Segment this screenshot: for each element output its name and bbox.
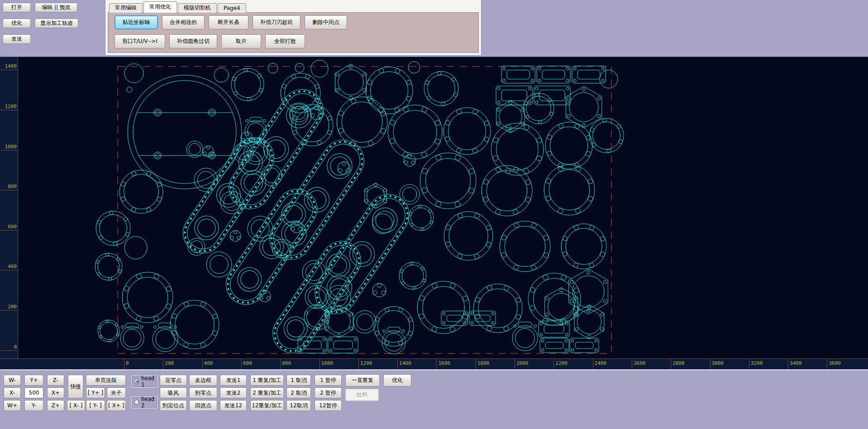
part-ring[interactable] bbox=[353, 311, 376, 333]
part-flange[interactable] bbox=[561, 224, 606, 269]
take-piece-button[interactable]: 取片 bbox=[221, 34, 261, 48]
feed-value-input[interactable] bbox=[24, 387, 43, 398]
part-flange[interactable] bbox=[424, 71, 458, 106]
part-cover-gasket[interactable] bbox=[120, 323, 144, 350]
part-plate[interactable] bbox=[572, 66, 606, 83]
part-plate[interactable] bbox=[540, 338, 569, 353]
part-flange[interactable] bbox=[119, 170, 163, 213]
part-flange[interactable] bbox=[122, 272, 173, 323]
part-flange[interactable] bbox=[399, 262, 426, 289]
merge-connected-button[interactable]: 合并相连的 bbox=[162, 15, 205, 29]
pause1-button[interactable]: 1 暂停 bbox=[315, 375, 342, 386]
pause2-button[interactable]: 2 暂停 bbox=[315, 387, 342, 398]
part-flange[interactable] bbox=[95, 253, 122, 280]
bracket-x-plus-button[interactable]: [ X+ ] bbox=[107, 400, 126, 411]
bracket-y-minus-button[interactable]: [ Y- ] bbox=[86, 400, 105, 411]
part-ring[interactable] bbox=[206, 252, 232, 277]
part-flange[interactable] bbox=[417, 281, 470, 334]
snap-to-axis-button[interactable]: 贴近坐标轴 bbox=[114, 15, 158, 29]
part-circle[interactable] bbox=[124, 236, 147, 259]
part-flange[interactable] bbox=[589, 118, 624, 153]
jog-y-plus-button[interactable]: Y+ bbox=[24, 375, 43, 386]
part-big-flange[interactable] bbox=[128, 75, 242, 189]
send-button[interactable]: 发送 bbox=[3, 34, 31, 44]
part-flange[interactable] bbox=[523, 93, 554, 124]
part-flange[interactable] bbox=[545, 122, 592, 169]
bracket-x-minus-button[interactable]: [ X- ] bbox=[67, 400, 85, 411]
part-trefoil-gasket[interactable] bbox=[259, 290, 271, 302]
bracket-y-plus-button[interactable]: [ Y+ ] bbox=[86, 387, 105, 398]
repeat12-button[interactable]: 12重复/加工 bbox=[250, 400, 284, 411]
break-long-strip-button[interactable]: 断开长条 bbox=[209, 15, 248, 29]
speed-toggle-button[interactable]: 快慢 bbox=[68, 375, 83, 398]
part-flange[interactable] bbox=[444, 212, 493, 260]
part-plate[interactable] bbox=[501, 66, 535, 83]
jog-z-plus-button[interactable]: Z+ bbox=[47, 400, 64, 411]
part-trefoil-gasket[interactable] bbox=[404, 155, 415, 166]
part-flange[interactable] bbox=[500, 221, 550, 272]
part-flange[interactable] bbox=[420, 153, 476, 209]
part-plate[interactable] bbox=[534, 86, 570, 105]
single-page-panel-button[interactable]: 单页连版 bbox=[86, 375, 126, 386]
tab-page4[interactable]: Page4 bbox=[218, 3, 246, 13]
part-circle[interactable] bbox=[372, 214, 392, 234]
part-plate[interactable] bbox=[537, 66, 570, 83]
part-cover-gasket[interactable] bbox=[153, 323, 178, 352]
tab-common-optimize[interactable]: 常用优化 bbox=[143, 1, 177, 13]
part-hex-gasket[interactable] bbox=[325, 305, 353, 338]
part-hex-gasket[interactable] bbox=[574, 305, 604, 339]
explode-all-button[interactable]: 全部打散 bbox=[265, 34, 305, 48]
to-origin-button[interactable]: 回原点 bbox=[189, 400, 217, 411]
part-circle[interactable] bbox=[311, 60, 328, 77]
part-hex-gasket[interactable] bbox=[496, 100, 525, 133]
pause12-button[interactable]: 12暂停 bbox=[315, 400, 342, 411]
cad-canvas[interactable] bbox=[18, 57, 868, 358]
part-flange[interactable] bbox=[98, 320, 119, 342]
compensate-fillet-overcut-button[interactable]: 补偿圆角过切 bbox=[169, 34, 217, 48]
part-flange[interactable] bbox=[544, 165, 595, 215]
show-track-button[interactable]: 显示加工轨迹 bbox=[35, 19, 78, 28]
set-zero-button[interactable]: 定零点 bbox=[160, 375, 187, 386]
part-plate[interactable] bbox=[496, 86, 532, 105]
nick-tuv-to-i-button[interactable]: 剪口T/U/V-->I bbox=[114, 34, 165, 48]
optimize-action-button[interactable]: 优化 bbox=[383, 374, 411, 387]
repeat-forever-button[interactable]: 一直重复 bbox=[345, 374, 380, 387]
repeat2-button[interactable]: 2 重复/加工 bbox=[250, 387, 284, 398]
part-flange[interactable] bbox=[374, 306, 414, 346]
part-plate[interactable] bbox=[469, 311, 496, 325]
delete-middle-points-button[interactable]: 删除中间点 bbox=[305, 15, 347, 29]
tab-common-edit[interactable]: 常用编辑 bbox=[109, 3, 143, 13]
part-flange[interactable] bbox=[337, 97, 387, 147]
optimize-button[interactable]: 优化 bbox=[3, 19, 31, 28]
cancel12-button[interactable]: 12取消 bbox=[286, 400, 311, 411]
part-ring[interactable] bbox=[248, 216, 273, 241]
jog-z-minus-button[interactable]: Z- bbox=[47, 375, 64, 386]
cancel1-button[interactable]: 1 取消 bbox=[286, 375, 311, 386]
cancel2-button[interactable]: 2 取消 bbox=[286, 387, 311, 398]
part-flange[interactable] bbox=[231, 68, 264, 101]
send12-button[interactable]: 发送12 bbox=[220, 400, 247, 411]
suction-button[interactable]: 吸风 bbox=[160, 387, 187, 398]
send1-button[interactable]: 发送1 bbox=[220, 375, 247, 386]
part-ring[interactable] bbox=[400, 184, 420, 204]
to-zero-button[interactable]: 到零点 bbox=[189, 387, 217, 398]
clamp-button[interactable]: 夹子 bbox=[107, 387, 126, 398]
part-hex-gasket[interactable] bbox=[365, 183, 386, 208]
part-circle[interactable] bbox=[268, 63, 278, 73]
part-circle[interactable] bbox=[127, 87, 132, 92]
to-locate-point-button[interactable]: 到定位点 bbox=[160, 400, 187, 411]
part-flange[interactable] bbox=[408, 205, 434, 231]
open-button[interactable]: 打开 bbox=[3, 3, 31, 12]
tab-template-cutter[interactable]: 模版切割机 bbox=[178, 3, 217, 13]
part-plate[interactable] bbox=[570, 338, 599, 353]
part-flange[interactable] bbox=[96, 211, 130, 245]
jog-w-plus-button[interactable]: W+ bbox=[4, 400, 21, 411]
part-ring[interactable] bbox=[186, 141, 203, 157]
part-hex-gasket[interactable] bbox=[335, 64, 366, 100]
part-flange[interactable] bbox=[444, 108, 491, 155]
part-circle[interactable] bbox=[214, 68, 229, 82]
jog-y-minus-button[interactable]: Y- bbox=[24, 400, 43, 411]
part-circle[interactable] bbox=[408, 61, 420, 73]
compensate-blade-lead-button[interactable]: 补偿刀刃超前 bbox=[253, 15, 300, 29]
part-trefoil-gasket[interactable] bbox=[372, 283, 386, 297]
